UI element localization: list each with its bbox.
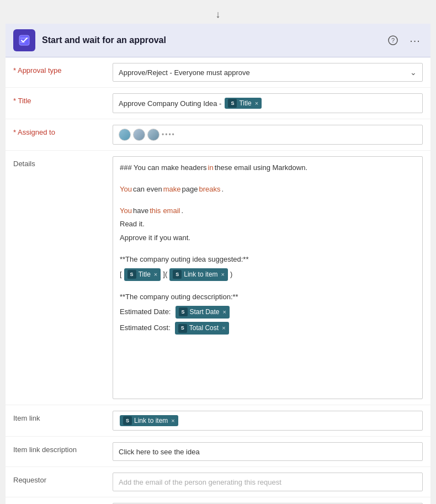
details-line-1: ### You can make headers in these email … [120,162,416,174]
title-label: Title [13,93,113,105]
details-row: Details ### You can make headers in thes… [6,151,430,405]
assigned-to-label: Assigned to [13,125,113,136]
approval-type-chevron: ⌄ [410,68,417,77]
details-line-4: Read it. [120,219,416,230]
details-line-8: **The company outing decscription:** [120,291,416,303]
total-cost-tag-icon: S [178,324,187,333]
title-tag: S Title × [225,98,262,109]
enable-notifications-row: Enable notifications Yes ⌄ [6,497,430,504]
approval-type-value: Approve/Reject - Everyone must approve [119,68,250,77]
header-actions: ? ··· [385,33,423,48]
details-line-5: Approve it if you want. [120,232,416,244]
requestor-row: Requestor Add the email of the person ge… [6,467,430,497]
form-body: Approval type Approve/Reject - Everyone … [6,57,430,504]
details-label: Details [13,156,113,168]
title-tag-label: Title [239,99,251,107]
help-button[interactable]: ? [385,33,401,48]
details-spacer-1 [120,176,416,182]
inline-link-tag: S Link to item × [169,268,228,281]
card-header: Start and wait for an approval ? ··· [6,24,430,57]
details-line-3: You have this email. [120,205,416,217]
approval-type-select[interactable]: Approve/Reject - Everyone must approve ⌄ [113,63,423,82]
start-date-tag-icon: S [179,307,188,316]
title-tag-icon: S [228,99,237,108]
assigned-avatars: •••• [119,129,176,141]
details-editor[interactable]: ### You can make headers in these email … [113,156,423,399]
requestor-label: Requestor [13,473,113,484]
title-tag-close[interactable]: × [255,100,258,107]
approval-icon [13,29,35,51]
item-link-tag-label: Link to item [134,417,168,425]
details-line-7: [ S Title × ]( S Link to item × ) [120,268,416,282]
title-row: Title Approve Company Outing Idea - S Ti… [6,88,430,119]
details-spacer-2 [120,198,416,203]
details-line-2: You can even make page breaks. [120,184,416,195]
requestor-input[interactable]: Add the email of the person generating t… [113,473,423,491]
start-date-tag-close[interactable]: × [223,307,226,317]
inline-link-tag-close[interactable]: × [221,270,225,280]
connector-arrow: ↓ [6,6,430,24]
item-link-description-label: Item link description [13,442,113,454]
assigned-pill: •••• [119,129,176,141]
details-line-6: **The company outing idea suggested:** [120,254,416,266]
total-cost-tag-close[interactable]: × [222,323,225,333]
item-link-description-row: Item link description Click here to see … [6,437,430,467]
item-link-label: Item link [13,411,113,422]
approval-type-label: Approval type [13,63,113,75]
total-cost-tag: S Total Cost × [175,322,229,335]
item-link-tag-icon: S [123,416,132,425]
item-link-input[interactable]: S Link to item × [113,411,423,431]
title-prefix: Approve Company Outing Idea - [119,99,221,108]
details-line-9: Estimated Date: S Start Date × [120,305,416,319]
requestor-placeholder: Add the email of the person generating t… [119,478,281,486]
svg-text:?: ? [391,37,395,44]
item-link-tag: S Link to item × [120,415,178,426]
inline-title-tag-close[interactable]: × [154,270,157,280]
inline-title-tag-icon: S [127,270,136,279]
card-title: Start and wait for an approval [42,35,385,45]
details-spacer-4 [120,284,416,289]
assigned-to-row: Assigned to •••• [6,119,430,151]
item-link-description-input[interactable]: Click here to see the idea [113,442,423,461]
approval-type-row: Approval type Approve/Reject - Everyone … [6,57,430,88]
details-line-10: Estimated Cost: S Total Cost × [120,321,416,335]
item-link-description-value: Click here to see the idea [119,448,200,456]
inline-title-tag: S Title × [124,268,161,281]
inline-link-tag-icon: S [173,270,182,279]
title-input[interactable]: Approve Company Outing Idea - S Title × [113,93,423,113]
more-options-button[interactable]: ··· [407,33,423,48]
start-date-tag: S Start Date × [176,306,230,319]
details-spacer-3 [120,246,416,252]
item-link-row: Item link S Link to item × [6,405,430,437]
arrow-icon: ↓ [216,9,221,20]
main-container: ↓ Start and wait for an approval ? ··· [6,6,430,504]
item-link-tag-close[interactable]: × [171,417,174,424]
assigned-to-input[interactable]: •••• [113,125,423,145]
